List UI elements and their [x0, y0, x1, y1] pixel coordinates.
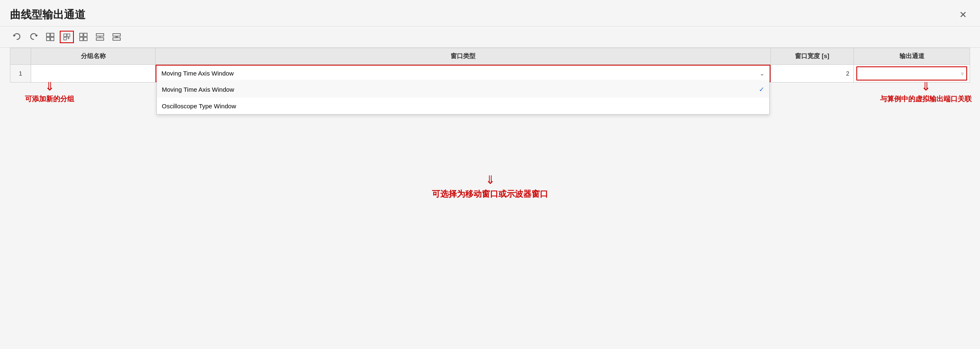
group-annotation: ⇓ 可添加新的分组 — [25, 81, 74, 104]
delete-row-button[interactable] — [110, 31, 124, 43]
window-width-cell[interactable]: 2 — [771, 65, 854, 83]
grid-button-3[interactable] — [76, 31, 90, 43]
svg-rect-18 — [113, 38, 120, 40]
title-bar: 曲线型输出通道 ✕ — [0, 0, 980, 27]
table-row: 1 Moving Time Axis Window ⌄ Moving Time — [10, 65, 970, 83]
window-arrow-icon: ⇓ — [432, 174, 548, 186]
dropdown-option-oscilloscope[interactable]: Oscilloscope Type Window — [157, 98, 769, 114]
svg-rect-6 — [64, 37, 67, 40]
output-channel-select[interactable]: ▿ — [856, 66, 967, 81]
output-hint-text: 与算例中的虚拟输出端口关联 — [880, 94, 972, 104]
dropdown-option-oscilloscope-label: Oscilloscope Type Window — [162, 103, 236, 110]
svg-rect-1 — [51, 33, 54, 37]
group-hint-text: 可添加新的分组 — [25, 94, 74, 104]
check-icon: ✓ — [759, 85, 764, 93]
insert-row-button[interactable] — [93, 31, 107, 43]
dropdown-arrow-icon: ▿ — [961, 71, 964, 77]
dialog: 曲线型输出通道 ✕ — [0, 0, 980, 349]
col-header-window: 窗口类型 — [156, 48, 771, 65]
window-annotation: ⇓ 可选择为移动窗口或示波器窗口 — [432, 174, 548, 200]
col-header-width: 窗口宽度 [s] — [771, 48, 854, 65]
row-number: 1 — [10, 65, 31, 83]
svg-rect-15 — [96, 38, 104, 40]
output-annotation: ⇓ 与算例中的虚拟输出端口关联 — [880, 81, 972, 104]
svg-rect-14 — [96, 34, 104, 36]
dropdown-option-moving[interactable]: Moving Time Axis Window ✓ — [157, 81, 769, 98]
svg-rect-3 — [51, 37, 54, 41]
svg-rect-17 — [113, 34, 120, 36]
output-channel-cell[interactable]: ▿ — [854, 65, 970, 83]
svg-rect-9 — [80, 33, 83, 37]
svg-rect-0 — [46, 33, 50, 37]
col-header-group: 分组名称 — [31, 48, 156, 65]
dropdown-selected-value[interactable]: Moving Time Axis Window ⌄ — [156, 66, 770, 81]
output-arrow-icon: ⇓ — [880, 81, 972, 93]
col-header-index — [10, 48, 31, 65]
chevron-down-icon: ⌄ — [760, 70, 765, 77]
group-arrow-icon: ⇓ — [25, 81, 74, 93]
dropdown-option-moving-label: Moving Time Axis Window — [162, 86, 234, 93]
grid-button-1[interactable] — [43, 31, 57, 43]
window-type-cell[interactable]: Moving Time Axis Window ⌄ Moving Time Ax… — [156, 65, 771, 83]
svg-rect-10 — [84, 33, 87, 37]
svg-rect-2 — [46, 37, 50, 41]
dropdown-selected-text: Moving Time Axis Window — [161, 70, 234, 77]
undo-button[interactable] — [10, 31, 24, 43]
redo-button[interactable] — [27, 31, 41, 43]
table-area: 分组名称 窗口类型 窗口宽度 [s] 输出通道 1 Moving Time Ax… — [0, 48, 980, 83]
svg-rect-4 — [64, 34, 67, 37]
grid-button-2[interactable] — [60, 31, 74, 43]
svg-rect-5 — [67, 34, 70, 37]
col-header-output: 输出通道 — [854, 48, 970, 65]
data-table: 分组名称 窗口类型 窗口宽度 [s] 输出通道 1 Moving Time Ax… — [10, 48, 970, 83]
window-type-dropdown[interactable]: Moving Time Axis Window ⌄ Moving Time Ax… — [156, 65, 770, 82]
svg-rect-12 — [84, 37, 87, 41]
dialog-title: 曲线型输出通道 — [10, 7, 85, 22]
dropdown-list: Moving Time Axis Window ✓ Oscilloscope T… — [156, 81, 770, 115]
window-hint-text: 可选择为移动窗口或示波器窗口 — [432, 188, 548, 200]
toolbar — [0, 27, 980, 48]
close-button[interactable]: ✕ — [956, 9, 970, 21]
svg-rect-11 — [80, 37, 83, 41]
